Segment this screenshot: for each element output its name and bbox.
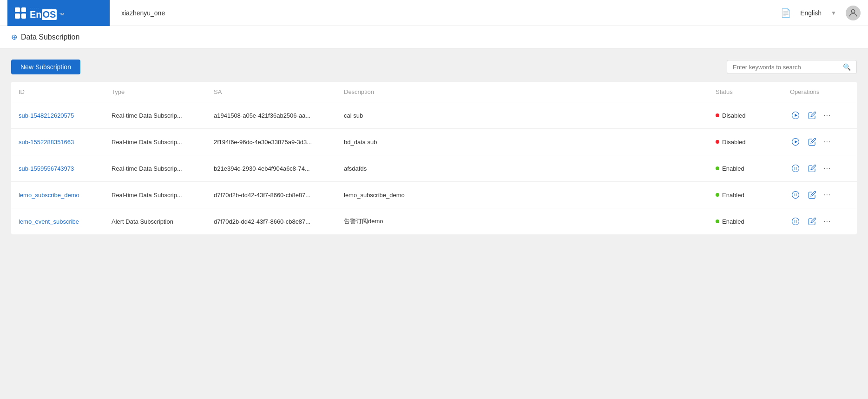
edit-button[interactable] xyxy=(807,216,818,227)
cell-description: afsdafds xyxy=(336,155,708,182)
content-area: New Subscription 🔍 ID Type SA Descriptio… xyxy=(0,48,868,399)
more-options-button[interactable]: ··· xyxy=(823,164,831,173)
col-header-type: Type xyxy=(104,82,206,102)
table-header-row: ID Type SA Description Status Operations xyxy=(11,82,857,102)
cell-status: Enabled xyxy=(708,155,783,182)
logo-section: ····· ····· EnOS ™ xyxy=(7,0,110,26)
subscriptions-table: ID Type SA Description Status Operations… xyxy=(11,82,857,234)
cell-sa: d7f70d2b-dd42-43f7-8660-cb8e87... xyxy=(206,208,336,235)
col-header-status: Status xyxy=(708,82,783,102)
page-header: ⊕ Data Subscription xyxy=(0,26,868,48)
cell-type: Real-time Data Subscrip... xyxy=(104,155,206,182)
status-dot xyxy=(716,219,719,223)
edit-button[interactable] xyxy=(807,189,818,200)
workspace-label: xiazhenyu_one xyxy=(110,0,176,26)
status-dot xyxy=(716,140,719,144)
cell-id: lemo_subscribe_demo xyxy=(11,182,104,208)
col-header-id: ID xyxy=(11,82,104,102)
cell-operations: ··· xyxy=(783,208,857,235)
table-row: sub-1552288351663 Real-time Data Subscri… xyxy=(11,129,857,155)
cell-type: Real-time Data Subscrip... xyxy=(104,129,206,155)
pause-button[interactable] xyxy=(790,216,801,227)
topbar: ····· ····· EnOS ™ xiazhenyu_one 📄 Engli… xyxy=(0,0,868,26)
cell-operations: ··· xyxy=(783,182,857,208)
search-box: 🔍 xyxy=(727,60,857,74)
cell-operations: ··· xyxy=(783,155,857,182)
topbar-right: 📄 English ▼ xyxy=(781,6,861,20)
toolbar: New Subscription 🔍 xyxy=(11,60,857,74)
edit-button[interactable] xyxy=(807,110,818,121)
cell-status: Enabled xyxy=(708,208,783,235)
cell-description: 告警订阅demo xyxy=(336,208,708,235)
cell-status: Disabled xyxy=(708,129,783,155)
play-button[interactable] xyxy=(790,136,801,147)
search-input[interactable] xyxy=(733,64,843,71)
cell-sa: 2f194f6e-96dc-4e30e33875a9-3d3... xyxy=(206,129,336,155)
page-title: Data Subscription xyxy=(21,33,79,41)
status-dot xyxy=(716,166,719,170)
svg-point-11 xyxy=(792,218,799,225)
enos-logo: ····· ····· EnOS ™ xyxy=(30,6,64,20)
table-row: lemo_subscribe_demo Real-time Data Subsc… xyxy=(11,182,857,208)
subscription-id-link[interactable]: sub-1548212620575 xyxy=(19,112,74,119)
cell-sa: b21e394c-2930-4eb4f904a6c8-74... xyxy=(206,155,336,182)
cell-id: sub-1548212620575 xyxy=(11,102,104,129)
pause-button[interactable] xyxy=(790,189,801,200)
cell-id: sub-1559556743973 xyxy=(11,155,104,182)
more-options-button[interactable]: ··· xyxy=(823,191,831,199)
play-button[interactable] xyxy=(790,110,801,121)
table-row: sub-1548212620575 Real-time Data Subscri… xyxy=(11,102,857,129)
status-dot xyxy=(716,193,719,197)
cell-status: Enabled xyxy=(708,182,783,208)
status-label: Enabled xyxy=(722,218,744,225)
subscription-id-link[interactable]: lemo_subscribe_demo xyxy=(19,192,79,199)
subscription-id-link[interactable]: sub-1552288351663 xyxy=(19,139,74,146)
col-header-operations: Operations xyxy=(783,82,857,102)
page-icon: ⊕ xyxy=(11,33,17,41)
svg-marker-2 xyxy=(795,114,798,117)
more-options-button[interactable]: ··· xyxy=(823,217,831,226)
svg-point-8 xyxy=(792,192,799,199)
cell-description: lemo_subscribe_demo xyxy=(336,182,708,208)
cell-status: Disabled xyxy=(708,102,783,129)
svg-point-0 xyxy=(851,9,855,13)
cell-id: sub-1552288351663 xyxy=(11,129,104,155)
edit-button[interactable] xyxy=(807,136,818,147)
col-header-sa: SA xyxy=(206,82,336,102)
status-label: Disabled xyxy=(722,112,746,119)
language-selector[interactable]: English xyxy=(800,9,822,17)
lang-dropdown-icon[interactable]: ▼ xyxy=(831,10,836,16)
svg-point-5 xyxy=(792,165,799,172)
new-subscription-button[interactable]: New Subscription xyxy=(11,60,80,74)
cell-operations: ··· xyxy=(783,102,857,129)
svg-marker-4 xyxy=(795,140,798,143)
cell-description: cal sub xyxy=(336,102,708,129)
cell-sa: a1941508-a05e-421f36ab2506-aa... xyxy=(206,102,336,129)
cell-id: lemo_event_subscribe xyxy=(11,208,104,235)
search-icon: 🔍 xyxy=(843,63,851,71)
grid-menu-icon[interactable] xyxy=(15,7,26,19)
subscription-id-link[interactable]: sub-1559556743973 xyxy=(19,165,74,172)
user-avatar[interactable] xyxy=(846,6,861,20)
status-label: Enabled xyxy=(722,165,744,172)
table-row: lemo_event_subscribe Alert Data Subscrip… xyxy=(11,208,857,235)
table-row: sub-1559556743973 Real-time Data Subscri… xyxy=(11,155,857,182)
edit-button[interactable] xyxy=(807,163,818,174)
status-dot xyxy=(716,113,719,117)
more-options-button[interactable]: ··· xyxy=(823,138,831,146)
cell-sa: d7f70d2b-dd42-43f7-8660-cb8e87... xyxy=(206,182,336,208)
status-label: Enabled xyxy=(722,192,744,199)
more-options-button[interactable]: ··· xyxy=(823,111,831,120)
subscription-id-link[interactable]: lemo_event_subscribe xyxy=(19,218,79,225)
doc-icon[interactable]: 📄 xyxy=(781,8,791,18)
cell-operations: ··· xyxy=(783,129,857,155)
status-label: Disabled xyxy=(722,139,746,146)
cell-type: Alert Data Subscription xyxy=(104,208,206,235)
col-header-description: Description xyxy=(336,82,708,102)
cell-description: bd_data sub xyxy=(336,129,708,155)
cell-type: Real-time Data Subscrip... xyxy=(104,102,206,129)
cell-type: Real-time Data Subscrip... xyxy=(104,182,206,208)
pause-button[interactable] xyxy=(790,163,801,174)
